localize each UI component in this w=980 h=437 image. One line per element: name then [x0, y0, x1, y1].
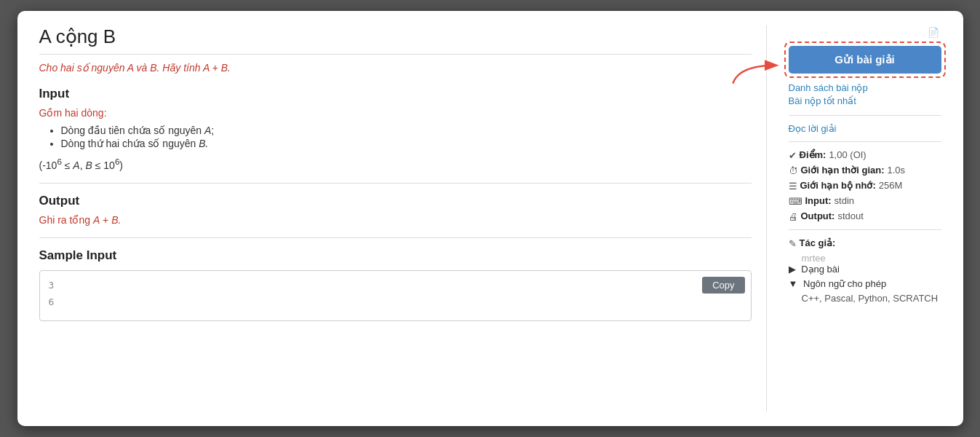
meta-memory: ☰ Giới hạn bộ nhớ: 256M — [789, 180, 941, 192]
lang-value: C++, Pascal, Python, SCRATCH — [802, 293, 941, 304]
problem-type-item[interactable]: ▶ Dạng bài — [789, 264, 941, 275]
author-icon: ✎ — [789, 238, 797, 249]
memory-value: 256M — [879, 180, 903, 191]
input-value: stdin — [834, 195, 854, 206]
sidebar-sep-2 — [789, 141, 941, 142]
pdf-link-wrapper: 📄 — [789, 25, 941, 39]
pdf-icon: 📄 — [928, 27, 939, 38]
bullet-item-1: Dòng đầu tiên chứa số nguyên A; — [61, 125, 752, 136]
expand-icon: ▶ — [789, 264, 796, 275]
output-desc: Ghi ra tổng A + B. — [39, 214, 752, 226]
sidebar: 📄 Gửi bài giải D — [781, 25, 941, 412]
meta-score: ✔ Điểm: 1,00 (OI) — [789, 149, 941, 161]
input-label: Input: — [805, 195, 832, 206]
sidebar-links: Danh sách bài nộp Bài nộp tốt nhất — [789, 82, 941, 106]
main-window: A cộng B Cho hai số nguyên A và B. Hãy t… — [17, 11, 963, 426]
pdf-link[interactable]: 📄 — [928, 27, 941, 38]
clock-icon: ⏱ — [789, 165, 798, 176]
bullet-item-2: Dòng thứ hai chứa số nguyên B. — [61, 138, 752, 149]
memory-label: Giới hạn bộ nhớ: — [800, 180, 876, 191]
memory-icon: ☰ — [789, 181, 797, 192]
input-heading: Input — [39, 87, 752, 101]
copy-button[interactable]: Copy — [702, 277, 744, 294]
author-label: Tác giả: — [800, 237, 836, 248]
main-content: A cộng B Cho hai số nguyên A và B. Hãy t… — [39, 25, 767, 412]
problem-type-label: Dạng bài — [801, 264, 840, 275]
sample-input-heading: Sample Input — [39, 248, 752, 263]
code-line-1: 3 — [49, 277, 742, 294]
print-icon: 🖨 — [789, 211, 798, 222]
input-bullets: Dòng đầu tiên chứa số nguyên A; Dòng thứ… — [61, 125, 752, 149]
author-name: mrtee — [802, 253, 941, 264]
meta-output: 🖨 Output: stdout — [789, 210, 941, 222]
score-label: Điểm: — [800, 149, 826, 160]
submissions-list-link[interactable]: Danh sách bài nộp — [789, 82, 941, 93]
keyboard-icon: ⌨ — [789, 196, 802, 207]
check-icon: ✔ — [789, 150, 797, 161]
meta-input: ⌨ Input: stdin — [789, 195, 941, 207]
submit-wrapper: Gửi bài giải — [789, 46, 941, 74]
output-heading: Output — [39, 194, 752, 208]
sidebar-sep-1 — [789, 115, 941, 116]
code-line-2: 6 — [49, 294, 742, 311]
output-label: Output: — [801, 210, 835, 221]
time-label: Giới hạn thời gian: — [801, 165, 885, 176]
score-value: 1,00 (OI) — [829, 149, 866, 160]
input-desc: Gồm hai dòng: — [39, 107, 752, 119]
best-submission-link[interactable]: Bài nộp tốt nhất — [789, 95, 941, 106]
output-value: stdout — [837, 210, 863, 221]
author-section: ✎ Tác giả: — [789, 237, 941, 249]
submit-button[interactable]: Gửi bài giải — [789, 46, 941, 74]
read-solution-link[interactable]: Đọc lời giải — [789, 123, 941, 134]
problem-description: Cho hai số nguyên A và B. Hãy tính A + B… — [39, 62, 752, 74]
content-area: A cộng B Cho hai số nguyên A và B. Hãy t… — [17, 11, 963, 426]
collapse-icon: ▼ — [789, 278, 798, 289]
sidebar-sep-3 — [789, 229, 941, 230]
lang-item[interactable]: ▼ Ngôn ngữ cho phép — [789, 278, 941, 289]
page-title: A cộng B — [39, 25, 752, 55]
lang-label: Ngôn ngữ cho phép — [803, 278, 886, 289]
meta-time: ⏱ Giới hạn thời gian: 1.0s — [789, 165, 941, 176]
sample-input-box: Copy 3 6 — [39, 270, 752, 321]
time-value: 1.0s — [888, 165, 906, 176]
constraint: (-106 ≤ A, B ≤ 106) — [39, 157, 752, 171]
